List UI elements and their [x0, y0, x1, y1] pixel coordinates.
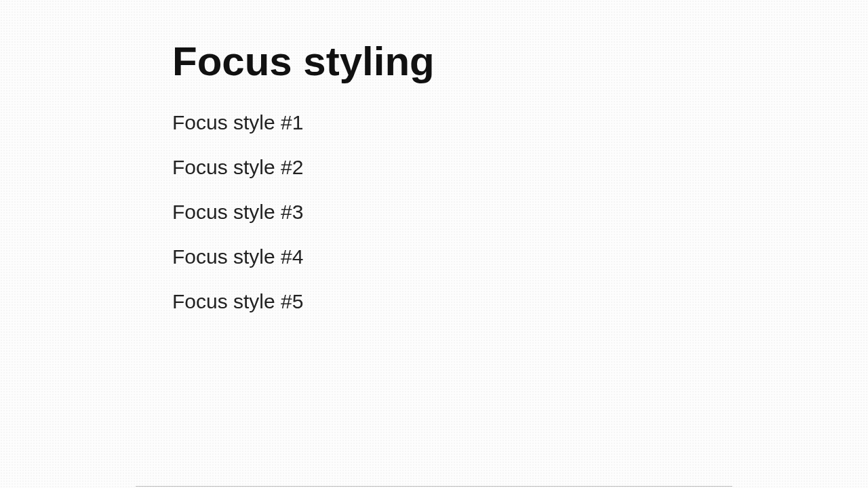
- focus-style-link-2[interactable]: Focus style #2: [172, 155, 303, 180]
- list-item: Focus style #1: [172, 110, 732, 135]
- divider: [136, 486, 732, 487]
- focus-style-link-4[interactable]: Focus style #4: [172, 245, 303, 269]
- focus-style-list: Focus style #1 Focus style #2 Focus styl…: [172, 110, 732, 314]
- focus-style-link-3[interactable]: Focus style #3: [172, 200, 303, 224]
- focus-style-link-5[interactable]: Focus style #5: [172, 289, 303, 314]
- list-item: Focus style #5: [172, 289, 732, 314]
- focus-style-link-1[interactable]: Focus style #1: [172, 110, 303, 135]
- page-content: Focus styling Focus style #1 Focus style…: [0, 0, 868, 314]
- list-item: Focus style #3: [172, 200, 732, 224]
- list-item: Focus style #2: [172, 155, 732, 180]
- list-item: Focus style #4: [172, 245, 732, 269]
- page-heading: Focus styling: [172, 37, 732, 86]
